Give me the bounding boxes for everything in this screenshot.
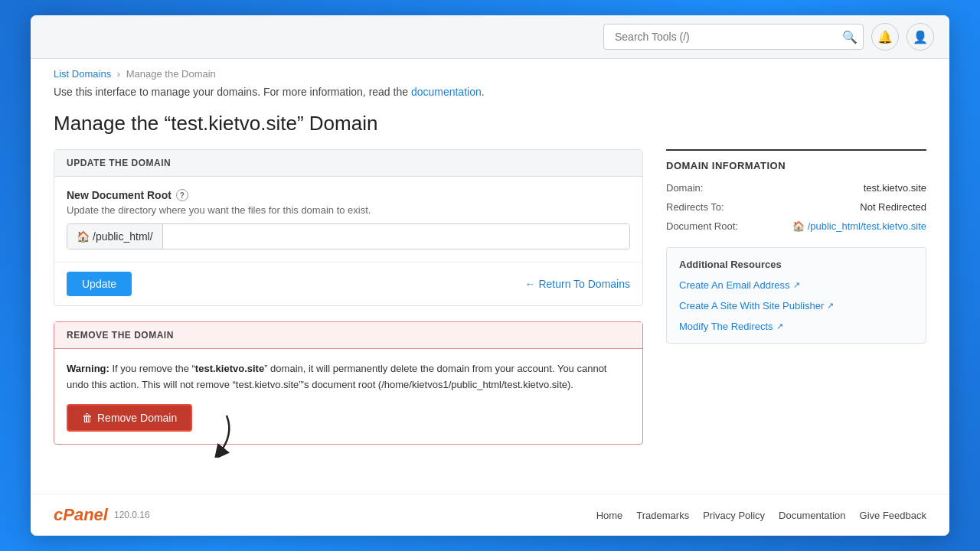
search-input[interactable]	[603, 24, 864, 50]
field-label: New Document Root ?	[67, 189, 630, 201]
additional-resources-panel: Additional Resources Create An Email Add…	[666, 247, 926, 344]
field-description: Update the directory where you want the …	[67, 204, 630, 216]
update-panel-header: UPDATE THE DOMAIN	[54, 150, 642, 177]
search-icon-button[interactable]: 🔍	[842, 30, 858, 44]
remove-button-wrapper: 🗑 Remove Domain	[67, 404, 192, 432]
external-link-icon-3: ↗	[776, 321, 783, 331]
breadcrumb-current: Manage the Domain	[126, 68, 216, 80]
right-column: DOMAIN INFORMATION Domain: test.kietvo.s…	[666, 149, 926, 344]
update-panel-body: New Document Root ? Update the directory…	[54, 177, 642, 262]
footer-privacy-link[interactable]: Privacy Policy	[703, 510, 765, 521]
search-wrap: 🔍	[603, 24, 864, 50]
trash-icon: 🗑	[82, 412, 93, 424]
update-button[interactable]: Update	[67, 272, 132, 296]
topbar: 🔍 🔔 👤	[31, 15, 949, 59]
remove-panel-header: REMOVE THE DOMAIN	[54, 322, 642, 349]
left-column: UPDATE THE DOMAIN New Document Root ? Up…	[54, 149, 643, 460]
footer-trademarks-link[interactable]: Trademarks	[636, 510, 689, 521]
footer-home-link[interactable]: Home	[596, 510, 623, 521]
breadcrumb-separator: ›	[117, 68, 120, 80]
create-site-publisher-link[interactable]: Create A Site With Site Publisher ↗	[679, 300, 913, 311]
create-email-link[interactable]: Create An Email Address ↗	[679, 279, 913, 291]
breadcrumb-list-domains[interactable]: List Domains	[54, 68, 111, 80]
remove-panel-body: Warning: If you remove the “test.kietvo.…	[54, 349, 642, 444]
remove-domain-panel: REMOVE THE DOMAIN Warning: If you remove…	[54, 321, 643, 445]
update-panel-footer: Update ← Return To Domains	[54, 262, 642, 305]
domain-value: test.kietvo.site	[864, 182, 926, 194]
footer-links: Home Trademarks Privacy Policy Documenta…	[596, 510, 926, 521]
cpanel-logo: cPanel	[54, 505, 108, 525]
domain-info-title: DOMAIN INFORMATION	[666, 160, 926, 171]
domain-label: Domain:	[666, 182, 703, 194]
docroot-label: Document Root:	[666, 220, 738, 232]
main-content: List Domains › Manage the Domain Use thi…	[31, 59, 949, 494]
docroot-link[interactable]: 🏠 /public_html/test.kietvo.site	[792, 220, 926, 232]
resources-title: Additional Resources	[679, 259, 913, 270]
remove-warning-text: Warning: If you remove the “test.kietvo.…	[67, 361, 630, 393]
arrow-annotation	[185, 412, 238, 458]
domain-info-docroot-row: Document Root: 🏠 /public_html/test.kietv…	[666, 220, 926, 232]
return-to-domains-link[interactable]: ← Return To Domains	[525, 278, 630, 290]
external-link-icon: ↗	[793, 280, 800, 290]
notifications-button[interactable]: 🔔	[871, 23, 899, 51]
home-icon: 🏠	[792, 220, 805, 232]
footer-feedback-link[interactable]: Give Feedback	[860, 510, 926, 521]
external-link-icon-2: ↗	[827, 301, 834, 311]
breadcrumb: List Domains › Manage the Domain	[54, 59, 926, 86]
update-domain-panel: UPDATE THE DOMAIN New Document Root ? Up…	[54, 149, 643, 306]
footer-documentation-link[interactable]: Documentation	[779, 510, 845, 521]
input-prefix: 🏠/public_html/	[67, 224, 163, 249]
domain-info-domain-row: Domain: test.kietvo.site	[666, 182, 926, 194]
footer-brand: cPanel 120.0.16	[54, 505, 150, 525]
help-icon[interactable]: ?	[176, 189, 188, 201]
intro-text: Use this interface to manage your domain…	[54, 86, 926, 98]
redirects-value: Not Redirected	[860, 201, 926, 213]
domain-info-redirects-row: Redirects To: Not Redirected	[666, 201, 926, 213]
modify-redirects-link[interactable]: Modify The Redirects ↗	[679, 321, 913, 332]
user-profile-button[interactable]: 👤	[906, 23, 934, 51]
cpanel-version: 120.0.16	[114, 510, 150, 520]
page-title: Manage the “test.kietvo.site” Domain	[54, 112, 926, 135]
redirects-label: Redirects To:	[666, 201, 724, 213]
document-root-input[interactable]: test.kietvo.site	[163, 224, 629, 249]
domain-info-panel: DOMAIN INFORMATION Domain: test.kietvo.s…	[666, 149, 926, 232]
documentation-link[interactable]: documentation	[411, 86, 482, 98]
footer: cPanel 120.0.16 Home Trademarks Privacy …	[31, 494, 949, 536]
remove-domain-button[interactable]: 🗑 Remove Domain	[67, 404, 192, 432]
document-root-input-group: 🏠/public_html/ test.kietvo.site	[67, 223, 630, 249]
